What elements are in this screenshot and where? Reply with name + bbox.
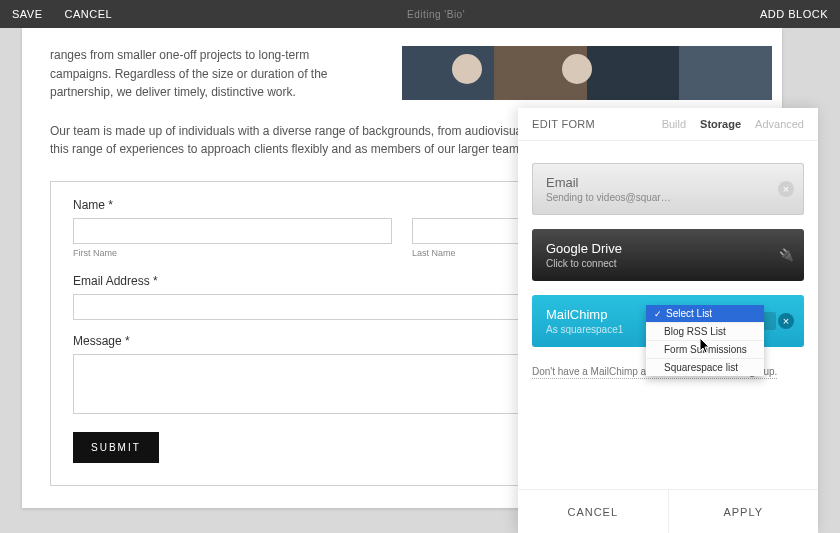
panel-title: EDIT FORM: [532, 118, 595, 130]
dropdown-option-1[interactable]: Form Submissions: [646, 340, 764, 358]
first-name-input[interactable]: [73, 218, 392, 244]
drive-card-sub: Click to connect: [546, 258, 790, 269]
email-card-sub: Sending to videos@squar…: [546, 192, 790, 203]
edit-form-panel: EDIT FORM Build Storage Advanced Email S…: [518, 108, 818, 533]
email-card-title: Email: [546, 175, 790, 190]
panel-apply-button[interactable]: APPLY: [669, 490, 819, 533]
drive-card-title: Google Drive: [546, 241, 790, 256]
panel-body: Email Sending to videos@squar… × Google …: [518, 141, 818, 489]
editor-topbar: SAVE CANCEL Editing 'Bio' ADD BLOCK: [0, 0, 840, 28]
panel-tabs: Build Storage Advanced: [662, 118, 804, 130]
tab-advanced[interactable]: Advanced: [755, 118, 804, 130]
plug-icon: 🔌: [779, 248, 794, 262]
storage-email-card[interactable]: Email Sending to videos@squar… ×: [532, 163, 804, 215]
submit-button[interactable]: SUBMIT: [73, 432, 159, 463]
mailchimp-card-remove-icon[interactable]: ×: [778, 313, 794, 329]
mailchimp-list-dropdown[interactable]: Select List Blog RSS List Form Submissio…: [646, 305, 764, 376]
tab-storage[interactable]: Storage: [700, 118, 741, 130]
panel-cancel-button[interactable]: CANCEL: [518, 490, 669, 533]
first-name-sublabel: First Name: [73, 248, 392, 258]
panel-header: EDIT FORM Build Storage Advanced: [518, 108, 818, 141]
add-block-button[interactable]: ADD BLOCK: [760, 8, 828, 20]
team-photo: [402, 46, 772, 100]
email-card-remove-icon[interactable]: ×: [778, 181, 794, 197]
save-button[interactable]: SAVE: [12, 8, 43, 20]
storage-drive-card[interactable]: Google Drive Click to connect 🔌: [532, 229, 804, 281]
dropdown-option-0[interactable]: Blog RSS List: [646, 322, 764, 340]
bio-paragraph-1: ranges from smaller one-off projects to …: [50, 46, 370, 102]
editing-status: Editing 'Bio': [112, 9, 760, 20]
dropdown-selected[interactable]: Select List: [646, 305, 764, 322]
tab-build[interactable]: Build: [662, 118, 686, 130]
cancel-top-button[interactable]: CANCEL: [65, 8, 113, 20]
dropdown-option-2[interactable]: Squarespace list: [646, 358, 764, 376]
panel-footer: CANCEL APPLY: [518, 489, 818, 533]
